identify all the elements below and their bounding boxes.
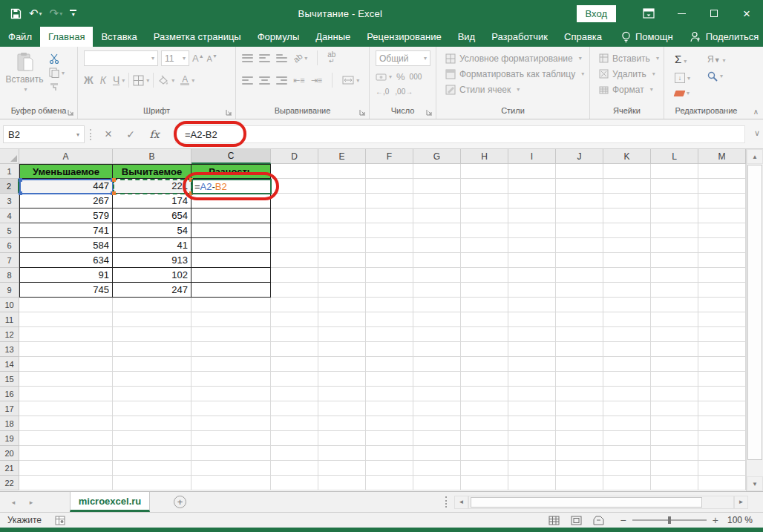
row-header-3[interactable]: 3 bbox=[0, 194, 19, 208]
orientation-button[interactable]: ab ▾ bbox=[293, 53, 307, 62]
row-header-1[interactable]: 1 bbox=[0, 164, 19, 179]
cell-A9[interactable]: 745 bbox=[19, 283, 113, 298]
row-header-8[interactable]: 8 bbox=[0, 268, 19, 283]
sheet-tab-microexcel[interactable]: microexcel.ru bbox=[70, 492, 150, 512]
sheet-next-button[interactable]: ▸ bbox=[22, 492, 40, 512]
tab-Формулы[interactable]: Формулы bbox=[249, 27, 308, 47]
clipboard-dialog-launcher[interactable] bbox=[68, 109, 75, 116]
decrease-decimal-button[interactable]: ,00→ bbox=[395, 88, 413, 96]
column-header-G[interactable]: G bbox=[413, 149, 461, 164]
zoom-in-button[interactable]: + bbox=[713, 514, 718, 526]
thousands-separator-button[interactable]: 000 bbox=[410, 73, 422, 81]
underline-button[interactable]: Ч bbox=[113, 74, 119, 86]
column-header-F[interactable]: F bbox=[366, 149, 413, 164]
fill-button[interactable]: ↓▾ bbox=[675, 70, 707, 83]
format-cells-button[interactable]: Формат ▾ bbox=[599, 82, 659, 97]
align-top-button[interactable] bbox=[242, 54, 253, 62]
zoom-level[interactable]: 100 % bbox=[727, 515, 753, 525]
cancel-entry-button[interactable]: × bbox=[98, 125, 119, 143]
font-color-button[interactable]: А ▾ bbox=[180, 76, 194, 85]
column-header-I[interactable]: I bbox=[508, 149, 556, 164]
cell-A3[interactable]: 267 bbox=[19, 194, 113, 208]
cell-A5[interactable]: 741 bbox=[19, 223, 113, 238]
customize-qat-button[interactable]: ▾ bbox=[70, 10, 76, 17]
cell-C9[interactable] bbox=[191, 283, 271, 298]
zoom-out-button[interactable]: − bbox=[620, 514, 626, 526]
font-dialog-launcher[interactable] bbox=[226, 109, 233, 116]
vertical-scrollbar[interactable]: ▲ ▼ bbox=[746, 149, 763, 491]
delete-cells-button[interactable]: Удалить ▾ bbox=[599, 66, 659, 82]
ribbon-display-options-button[interactable] bbox=[632, 0, 665, 27]
increase-indent-button[interactable]: ⇥≡ bbox=[311, 76, 323, 85]
column-header-L[interactable]: L bbox=[651, 149, 698, 164]
cell-A4[interactable]: 579 bbox=[19, 208, 113, 223]
cell-C4[interactable] bbox=[191, 208, 271, 223]
row-header-12[interactable]: 12 bbox=[0, 327, 19, 342]
cell-B7[interactable]: 913 bbox=[113, 253, 191, 268]
cell-A2[interactable]: 447 bbox=[19, 179, 113, 194]
cell-A8[interactable]: 91 bbox=[19, 268, 113, 283]
increase-decimal-button[interactable]: ←,0 bbox=[376, 88, 389, 96]
tab-Разработчик[interactable]: Разработчик bbox=[483, 27, 556, 47]
italic-button[interactable]: К bbox=[100, 74, 106, 86]
grow-font-button[interactable]: А▲ bbox=[192, 53, 204, 64]
scroll-up-button[interactable]: ▲ bbox=[747, 149, 763, 164]
vertical-scroll-thumb[interactable] bbox=[747, 165, 762, 460]
tab-Рецензирование[interactable]: Рецензирование bbox=[358, 27, 449, 47]
conditional-formatting-button[interactable]: Условное форматирование ▾ bbox=[445, 50, 585, 66]
align-middle-button[interactable] bbox=[259, 54, 270, 62]
accounting-format-button[interactable]: ▾ bbox=[376, 73, 392, 82]
select-all-corner[interactable] bbox=[0, 149, 19, 164]
autosum-button[interactable]: Σ▾ bbox=[675, 53, 707, 65]
format-as-table-button[interactable]: Форматировать как таблицу ▾ bbox=[445, 66, 585, 82]
insert-function-button[interactable]: fx bbox=[144, 125, 165, 143]
column-header-C[interactable]: C bbox=[191, 149, 271, 164]
cell-C8[interactable] bbox=[191, 268, 271, 283]
row-header-18[interactable]: 18 bbox=[0, 416, 19, 431]
close-button[interactable]: × bbox=[730, 0, 763, 27]
minimize-button[interactable] bbox=[665, 0, 698, 27]
active-cell-editor[interactable]: =A2-B2 bbox=[191, 179, 272, 194]
page-layout-view-button[interactable] bbox=[566, 516, 588, 525]
row-header-20[interactable]: 20 bbox=[0, 446, 19, 461]
redo-button[interactable]: ↷▾ bbox=[50, 7, 63, 20]
expand-formula-bar-button[interactable]: ∨ bbox=[754, 128, 760, 138]
row-header-16[interactable]: 16 bbox=[0, 387, 19, 401]
horizontal-scrollbar[interactable] bbox=[468, 496, 734, 509]
tab-Данные[interactable]: Данные bbox=[307, 27, 358, 47]
tab-Справка[interactable]: Справка bbox=[556, 27, 610, 47]
cell-A6[interactable]: 584 bbox=[19, 238, 113, 253]
row-header-10[interactable]: 10 bbox=[0, 298, 19, 312]
cell-C7[interactable] bbox=[191, 253, 271, 268]
zoom-slider[interactable] bbox=[632, 519, 707, 521]
normal-view-button[interactable] bbox=[543, 516, 566, 525]
find-select-button[interactable]: ▾ bbox=[707, 71, 740, 82]
percent-button[interactable]: % bbox=[396, 71, 405, 82]
cell-C6[interactable] bbox=[191, 238, 271, 253]
align-center-button[interactable] bbox=[259, 76, 270, 85]
decrease-indent-button[interactable]: ⇤≡ bbox=[293, 76, 305, 85]
align-right-button[interactable] bbox=[276, 76, 287, 85]
font-size-combo[interactable]: 11▾ bbox=[161, 50, 189, 66]
tab-Главная[interactable]: Главная bbox=[40, 27, 93, 47]
sign-in-button[interactable]: Вход bbox=[577, 5, 616, 22]
column-header-A[interactable]: A bbox=[19, 149, 113, 164]
column-header-M[interactable]: M bbox=[698, 149, 746, 164]
formula-input[interactable]: =A2-B2 bbox=[175, 125, 745, 143]
number-dialog-launcher[interactable] bbox=[426, 109, 433, 116]
tab-Вставка[interactable]: Вставка bbox=[93, 27, 145, 47]
cell-B6[interactable]: 41 bbox=[113, 238, 191, 253]
sheet-prev-button[interactable]: ◂ bbox=[4, 492, 22, 512]
page-break-view-button[interactable] bbox=[588, 516, 610, 525]
row-header-5[interactable]: 5 bbox=[0, 223, 19, 238]
number-format-combo[interactable]: Общий▾ bbox=[376, 50, 430, 66]
share-button[interactable]: Поделиться bbox=[681, 27, 763, 47]
clear-button[interactable]: ▾ bbox=[675, 90, 707, 96]
cell-B5[interactable]: 54 bbox=[113, 223, 191, 238]
underline-dropdown[interactable]: ▾ bbox=[122, 77, 125, 84]
horizontal-scroll-thumb[interactable] bbox=[471, 497, 702, 508]
row-header-17[interactable]: 17 bbox=[0, 401, 19, 416]
row-header-4[interactable]: 4 bbox=[0, 208, 19, 223]
bold-button[interactable]: Ж bbox=[84, 74, 94, 86]
cell-styles-button[interactable]: Стили ячеек ▾ bbox=[445, 82, 585, 97]
